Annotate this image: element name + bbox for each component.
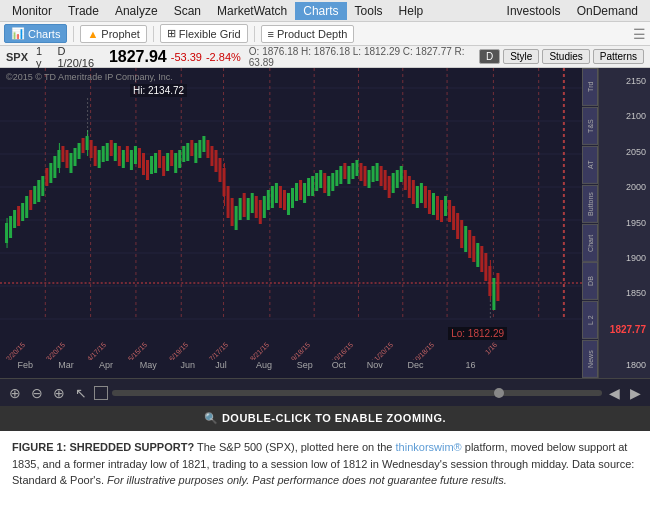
svg-rect-47	[106, 143, 109, 161]
date-range-label: D 1/20/16	[57, 45, 101, 69]
charts-btn[interactable]: 📊 Charts	[4, 24, 67, 43]
style-btn[interactable]: Style	[503, 49, 539, 64]
menu-ondemand[interactable]: OnDemand	[569, 2, 646, 20]
period-d-btn[interactable]: D	[479, 49, 500, 64]
toolbar: 📊 Charts ▲ Prophet ⊞ Flexible Grid ≡ Pro…	[0, 22, 650, 46]
svg-rect-49	[114, 143, 117, 161]
svg-rect-124	[416, 186, 419, 208]
menu-analyze[interactable]: Analyze	[107, 2, 166, 20]
crosshair-btn[interactable]: ⊕	[50, 385, 68, 401]
svg-rect-125	[420, 183, 423, 203]
menu-tools[interactable]: Tools	[347, 2, 391, 20]
price-change: -53.39	[171, 51, 202, 63]
dblclick-bar[interactable]: 🔍 DOUBLE-CLICK TO ENABLE ZOOMING.	[0, 406, 650, 431]
price-1800: 1800	[601, 360, 648, 370]
side-tab-ts[interactable]: T&S	[582, 107, 598, 145]
price-2000: 2000	[601, 182, 648, 192]
menu-bar: Monitor Trade Analyze Scan MarketWatch C…	[0, 0, 650, 22]
svg-rect-71	[202, 136, 205, 152]
svg-rect-54	[134, 146, 137, 164]
svg-rect-144	[496, 273, 499, 301]
toolbar-sep-3	[254, 26, 255, 42]
patterns-btn[interactable]: Patterns	[593, 49, 644, 64]
side-tab-l2[interactable]: L 2	[582, 301, 598, 339]
hi-label: Hi: 2134.72	[130, 84, 187, 97]
caption-area: FIGURE 1: SHREDDED SUPPORT? The S&P 500 …	[0, 431, 650, 497]
svg-rect-69	[194, 143, 197, 163]
price-axis: 2150 2100 2050 2000 1950 1900 1850 1827.…	[598, 68, 650, 378]
svg-rect-40	[78, 143, 81, 159]
svg-rect-37	[65, 150, 68, 168]
svg-rect-117	[388, 176, 391, 198]
menu-marketwatch[interactable]: MarketWatch	[209, 2, 295, 20]
side-tab-news[interactable]: News	[582, 340, 598, 378]
svg-rect-77	[227, 186, 230, 218]
menu-charts[interactable]: Charts	[295, 2, 346, 20]
svg-rect-73	[210, 146, 213, 166]
side-tab-at[interactable]: AT	[582, 146, 598, 184]
menu-help[interactable]: Help	[391, 2, 432, 20]
svg-rect-96	[303, 183, 306, 203]
svg-rect-48	[110, 140, 113, 156]
side-tab-buttons[interactable]: Buttons	[582, 185, 598, 223]
svg-rect-102	[327, 176, 330, 196]
scroll-right-btn[interactable]: ▶	[627, 385, 644, 401]
svg-rect-30	[37, 180, 40, 202]
svg-rect-55	[138, 148, 141, 168]
svg-rect-36	[61, 146, 64, 162]
chart-svg	[0, 68, 582, 338]
studies-btn[interactable]: Studies	[542, 49, 589, 64]
date-labels-row: 2/20/15 3/20/15 4/17/15 5/15/15 6/19/15 …	[0, 340, 582, 360]
svg-rect-23	[9, 216, 12, 238]
zoom-plus-btn[interactable]: ⊕	[6, 385, 24, 401]
svg-rect-139	[476, 243, 479, 267]
side-tab-trd[interactable]: Trd	[582, 68, 598, 106]
box-btn[interactable]	[94, 386, 108, 400]
depth-icon: ≡	[268, 28, 274, 40]
menu-trade[interactable]: Trade	[60, 2, 107, 20]
cursor-btn[interactable]: ↖	[72, 385, 90, 401]
lo-label: Lo: 1812.29	[448, 327, 507, 340]
price-1900: 1900	[601, 253, 648, 263]
menu-icon[interactable]: ☰	[633, 26, 646, 42]
scroll-progress[interactable]	[112, 390, 602, 396]
month-oct: Oct	[332, 360, 346, 370]
price-1850: 1850	[601, 288, 648, 298]
svg-rect-107	[347, 166, 350, 184]
svg-rect-140	[480, 246, 483, 272]
svg-rect-122	[408, 176, 411, 198]
svg-rect-130	[440, 200, 443, 222]
svg-rect-110	[359, 163, 362, 181]
menu-scan[interactable]: Scan	[166, 2, 209, 20]
chart-info-bar: SPX 1 y D 1/20/16 1827.94 -53.39 -2.84% …	[0, 46, 650, 68]
product-depth-btn[interactable]: ≡ Product Depth	[261, 25, 355, 43]
svg-rect-51	[122, 150, 125, 168]
svg-rect-82	[247, 198, 250, 220]
menu-investools[interactable]: Investools	[499, 2, 569, 20]
scroll-left-btn[interactable]: ◀	[606, 385, 623, 401]
caption-platform-link[interactable]: thinkorswim®	[396, 441, 462, 453]
svg-rect-109	[355, 160, 358, 176]
svg-rect-60	[158, 150, 161, 168]
scroll-handle[interactable]	[494, 388, 504, 398]
menu-monitor[interactable]: Monitor	[4, 2, 60, 20]
svg-rect-123	[412, 180, 415, 204]
svg-rect-106	[343, 163, 346, 179]
prophet-btn[interactable]: ▲ Prophet	[80, 25, 146, 43]
side-tab-db[interactable]: DB	[582, 262, 598, 300]
svg-rect-70	[198, 140, 201, 158]
svg-rect-78	[231, 198, 234, 226]
svg-rect-68	[190, 140, 193, 156]
month-feb: Feb	[17, 360, 33, 370]
svg-rect-85	[259, 200, 262, 224]
charts-icon: 📊	[11, 27, 25, 40]
svg-rect-57	[146, 160, 149, 180]
zoom-minus-btn[interactable]: ⊖	[28, 385, 46, 401]
svg-rect-74	[214, 150, 217, 172]
svg-rect-44	[94, 146, 97, 166]
side-tab-chart[interactable]: Chart	[582, 224, 598, 262]
month-jul: Jul	[215, 360, 227, 370]
svg-rect-56	[142, 153, 145, 175]
svg-rect-141	[484, 253, 487, 281]
flexible-grid-btn[interactable]: ⊞ Flexible Grid	[160, 24, 248, 43]
